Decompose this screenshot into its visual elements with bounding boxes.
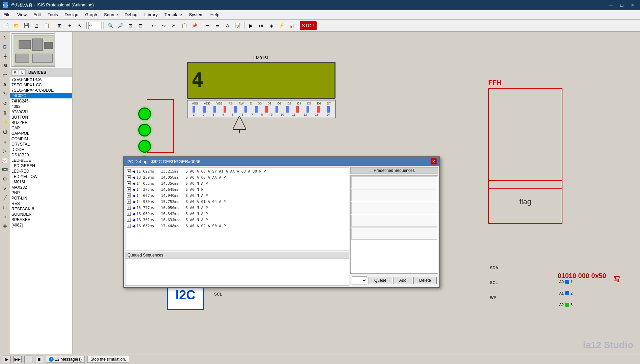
device-led-blue[interactable]: LED-BLUE xyxy=(10,158,72,163)
menu-help[interactable]: Help xyxy=(207,10,223,19)
marker-tool[interactable]: ✚ xyxy=(1,222,9,231)
i2c-sequence-dropdown[interactable] xyxy=(352,276,367,284)
close-button[interactable]: ✕ xyxy=(628,1,637,9)
device-res[interactable]: RES xyxy=(10,201,72,206)
device-cap[interactable]: CAP xyxy=(10,125,72,131)
device-max232[interactable]: MAX232 xyxy=(10,185,72,190)
queue-button[interactable]: Queue xyxy=(369,277,392,284)
zoom-area-button[interactable]: ⊟ xyxy=(136,21,145,30)
copy-button[interactable]: 📋 xyxy=(179,21,189,30)
device-74hc245[interactable]: 74HC245 xyxy=(10,98,72,104)
log-expand-5[interactable]: + xyxy=(127,200,131,204)
menu-library[interactable]: Library xyxy=(141,10,161,19)
device-pot-lin[interactable]: POT-LIN xyxy=(10,195,72,201)
menu-design[interactable]: Design xyxy=(61,10,82,19)
menu-debug[interactable]: Debug xyxy=(121,10,141,19)
log-row-2[interactable]: + ◀ 14.083ms 14.356ms S A0 N A P xyxy=(126,180,348,186)
label-button[interactable]: A xyxy=(223,21,232,30)
log-row-9[interactable]: + ◀ 16.652ms 17.448ms S A0 A 02 A 00 A P xyxy=(126,223,348,229)
pred-item-2[interactable] xyxy=(351,189,437,201)
log-expand-1[interactable]: + xyxy=(127,175,131,179)
device-respack-8[interactable]: RESPACK-8 xyxy=(10,206,72,212)
device-7seg-mpx1-cc[interactable]: 7SEG-MPX1-CC xyxy=(10,82,72,88)
undo-button[interactable]: ↩ xyxy=(149,21,158,30)
zoom-out-button[interactable]: 🔎 xyxy=(116,21,125,30)
device-at89c51[interactable]: AT89C51 xyxy=(10,109,72,115)
redo-button[interactable]: ↪ xyxy=(159,21,169,30)
log-expand-7[interactable]: + xyxy=(127,212,131,216)
port-tool[interactable]: ▷ xyxy=(1,146,9,155)
pause-button[interactable]: ⏸ xyxy=(24,356,32,363)
voltage-tool[interactable]: V xyxy=(1,184,9,193)
line-tool[interactable]: ╱ xyxy=(1,193,9,202)
device-ds18b20[interactable]: DS18B20 xyxy=(10,152,72,158)
log-row-7[interactable]: + ◀ 16.069ms 16.342ms S A0 N A P xyxy=(126,211,348,217)
log-expand-0[interactable]: + xyxy=(127,169,131,173)
device-led-green[interactable]: LED-GREEN xyxy=(10,163,72,169)
probe-tool[interactable]: ⚡ xyxy=(1,118,9,127)
pred-item-5[interactable] xyxy=(351,228,437,240)
device-4082-alt[interactable]: [4082] xyxy=(10,222,72,228)
zoom-in-button[interactable]: 🔍 xyxy=(106,21,115,30)
l-button[interactable]: L xyxy=(19,69,26,75)
add-button[interactable]: Add xyxy=(394,277,412,284)
circle-tool[interactable]: ○ xyxy=(1,212,9,221)
run-button[interactable]: ▶ xyxy=(246,21,256,30)
probe-button[interactable]: ⚡ xyxy=(277,21,286,30)
log-expand-4[interactable]: + xyxy=(127,193,131,198)
device-7seg-mpx1-ca[interactable]: 7SEG-MPX1-CA xyxy=(10,77,72,82)
i2c-dialog-close-button[interactable]: ✕ xyxy=(431,158,437,164)
log-expand-8[interactable]: + xyxy=(127,218,131,222)
ground-tool[interactable]: ⏚ xyxy=(1,137,9,146)
log-row-3[interactable]: + ◀ 14.375ms 14.648ms S A0 N P xyxy=(126,186,348,192)
i2c-dialog-titlebar[interactable]: I2C Debug - $II2C DEBUGGER#0066 ✕ xyxy=(124,157,439,166)
rotate-ccw-tool[interactable]: ↺ xyxy=(1,99,9,108)
wire-tool[interactable]: ╋ xyxy=(1,52,9,61)
script-button[interactable]: 📝 xyxy=(233,21,242,30)
log-row-1[interactable]: + ◀ 13.269ms 14.058ms S A0 A 00 A AA A P xyxy=(126,174,348,180)
export-button[interactable]: 📋 xyxy=(42,21,51,30)
play-button[interactable]: ▶ xyxy=(3,356,11,363)
device-led-yellow[interactable]: LED-YELLOW xyxy=(10,174,72,179)
device-7seg-mpx4-cc-blue[interactable]: 7SEG-MPX4-CC-BLUE xyxy=(10,88,72,93)
pred-item-3[interactable] xyxy=(351,202,437,214)
log-expand-2[interactable]: + xyxy=(127,181,131,185)
label-tool[interactable]: LBL xyxy=(1,61,9,70)
i2c-debug-dialog[interactable]: I2C Debug - $II2C DEBUGGER#0066 ✕ + ◀ 11… xyxy=(123,156,440,288)
minimize-button[interactable]: ─ xyxy=(606,1,616,9)
place-button[interactable]: ✦ xyxy=(65,21,75,30)
log-expand-6[interactable]: + xyxy=(127,206,131,210)
device-compim[interactable]: COMPIM xyxy=(10,136,72,142)
device-diode[interactable]: DIODE xyxy=(10,147,72,152)
step-button[interactable]: ▶▶ xyxy=(13,356,22,363)
menu-file[interactable]: File xyxy=(0,10,14,19)
device-lm016l[interactable]: LM016L xyxy=(10,179,72,185)
stop-button[interactable]: ⏹ xyxy=(35,356,43,363)
new-button[interactable]: 📄 xyxy=(1,21,11,30)
device-buzzer[interactable]: BUZZER xyxy=(10,120,72,125)
mirror-tool[interactable]: ⇅ xyxy=(1,109,9,117)
menu-system[interactable]: System xyxy=(185,10,207,19)
menu-tools[interactable]: Tools xyxy=(44,10,61,19)
log-row-4[interactable]: + ◀ 14.667ms 14.940ms S A0 N A P xyxy=(126,192,348,199)
box-tool[interactable]: □ xyxy=(1,203,9,212)
analyze-button[interactable]: 📊 xyxy=(287,21,296,30)
log-row-8[interactable]: + ◀ 16.361ms 16.634ms S A0 N A P xyxy=(126,217,348,223)
device-24c02c[interactable]: 24C02C xyxy=(10,93,72,98)
device-4082[interactable]: 4082 xyxy=(10,104,72,109)
log-expand-3[interactable]: + xyxy=(127,187,131,191)
device-crystal[interactable]: CRYSTAL xyxy=(10,142,72,147)
delete-button[interactable]: Delete xyxy=(413,277,437,284)
select-button[interactable]: ⊞ xyxy=(55,21,64,30)
menu-template[interactable]: Template xyxy=(161,10,186,19)
generator-tool[interactable]: ⚙ xyxy=(1,175,9,183)
menu-graph[interactable]: Graph xyxy=(82,10,100,19)
menu-edit[interactable]: Edit xyxy=(30,10,44,19)
stop-sim-button[interactable]: STOP xyxy=(300,21,317,30)
rotate-cw-tool[interactable]: ↻ xyxy=(1,90,9,98)
open-button[interactable]: 📂 xyxy=(11,21,21,30)
device-button[interactable]: BUTTON xyxy=(10,115,72,120)
tape-tool[interactable]: 📼 xyxy=(1,165,9,174)
bus-tool[interactable]: ⇄ xyxy=(1,71,9,80)
wire-button[interactable]: ━ xyxy=(203,21,212,30)
